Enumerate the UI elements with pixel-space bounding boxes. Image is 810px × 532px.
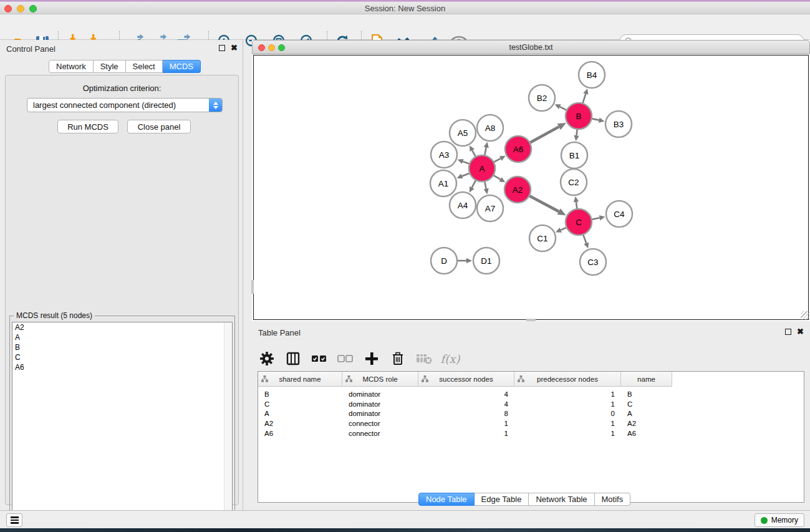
network-canvas[interactable]: AA1A2A3A4A5A6A7A8BB1B2B3B4CC1C2C3C4DD1 — [253, 55, 809, 320]
table-cell[interactable]: dominator — [342, 389, 418, 399]
node-C[interactable]: C — [566, 209, 592, 235]
edge-C-C2[interactable] — [574, 196, 579, 208]
table-cell[interactable]: 0 — [514, 409, 621, 418]
column-header-successor-nodes[interactable]: successor nodes — [418, 372, 514, 387]
network-horizontal-scrollbar[interactable] — [526, 319, 536, 321]
network-graph[interactable]: AA1A2A3A4A5A6A7A8BB1B2B3B4CC1C2C3C4DD1 — [254, 56, 808, 319]
tab-select[interactable]: Select — [126, 60, 163, 73]
column-header-shared-name[interactable]: shared name — [258, 372, 342, 387]
close-table-panel-icon[interactable]: ✖ — [797, 329, 804, 335]
edge-B-B4[interactable] — [583, 89, 589, 103]
table-row[interactable]: A6connector11A6 — [258, 428, 804, 438]
criterion-dropdown[interactable]: largest connected component (directed) — [27, 98, 223, 112]
node-C4[interactable]: C4 — [606, 201, 632, 227]
edge-C-C3[interactable] — [583, 235, 589, 249]
node-D1[interactable]: D1 — [473, 248, 499, 274]
node-B2[interactable]: B2 — [529, 85, 555, 111]
node-B4[interactable]: B4 — [579, 62, 605, 88]
node-C2[interactable]: C2 — [561, 169, 587, 195]
node-A8[interactable]: A8 — [477, 115, 503, 141]
table-cell[interactable]: A2 — [621, 418, 672, 428]
memory-button[interactable]: Memory — [755, 513, 804, 527]
table-row[interactable]: A2connector11A2 — [258, 418, 804, 428]
table-cell[interactable]: A — [621, 409, 672, 418]
node-B[interactable]: B — [566, 103, 592, 129]
table-row[interactable]: Adominator80A — [258, 409, 804, 418]
table-tab-network-table[interactable]: Network Table — [529, 493, 594, 506]
result-scrollbar[interactable] — [224, 322, 232, 528]
run-mcds-button[interactable]: Run MCDS — [57, 120, 118, 133]
table-cell[interactable]: 1 — [514, 389, 621, 399]
edge-A-A7[interactable] — [484, 182, 489, 195]
table-cell[interactable]: A2 — [258, 418, 342, 428]
table-cell[interactable]: connector — [342, 418, 418, 428]
function-builder-icon[interactable]: f(x) — [441, 350, 459, 367]
mcds-result-item[interactable]: C — [12, 352, 232, 362]
edge-B-B3[interactable] — [592, 118, 605, 123]
window-resize-grip[interactable] — [801, 311, 809, 320]
float-table-panel-icon[interactable] — [785, 329, 791, 335]
table-cell[interactable]: 1 — [514, 428, 621, 438]
node-D[interactable]: D — [431, 248, 457, 274]
table-cell[interactable]: 1 — [418, 418, 514, 428]
node-A6[interactable]: A6 — [505, 136, 531, 162]
node-C3[interactable]: C3 — [580, 249, 606, 275]
table-tab-motifs[interactable]: Motifs — [595, 493, 631, 506]
float-panel-icon[interactable] — [219, 45, 225, 51]
node-C1[interactable]: C1 — [529, 225, 556, 251]
edge-A6-B[interactable] — [530, 123, 566, 142]
mcds-result-item[interactable]: A — [12, 332, 232, 342]
mcds-result-item[interactable]: B — [12, 342, 232, 352]
mcds-result-item[interactable]: A2 — [12, 322, 232, 332]
node-A7[interactable]: A7 — [477, 195, 503, 221]
table-cell[interactable]: C — [258, 399, 342, 409]
node-B1[interactable]: B1 — [561, 142, 587, 168]
node-A4[interactable]: A4 — [450, 192, 476, 218]
edge-C-C1[interactable] — [556, 228, 566, 233]
node-B3[interactable]: B3 — [605, 111, 632, 137]
edge-B-B2[interactable] — [555, 104, 567, 110]
edge-D-D1[interactable] — [458, 258, 472, 263]
node-table[interactable]: shared nameMCDS rolesuccessor nodesprede… — [258, 371, 804, 503]
table-cell[interactable]: A6 — [258, 428, 342, 438]
column-header-MCDS-role[interactable]: MCDS role — [342, 372, 418, 387]
node-A[interactable]: A — [469, 155, 495, 181]
edge-A2-C[interactable] — [529, 196, 566, 215]
node-A2[interactable]: A2 — [504, 177, 531, 203]
edge-A-A6[interactable] — [494, 156, 505, 162]
network-vertical-scrollbar[interactable] — [251, 280, 254, 294]
table-tab-node-table[interactable]: Node Table — [418, 493, 475, 506]
table-cell[interactable]: 4 — [418, 389, 514, 399]
table-cell[interactable]: 4 — [418, 399, 514, 409]
table-cell[interactable]: A — [258, 409, 342, 418]
table-cell[interactable]: 1 — [418, 428, 514, 438]
table-cell[interactable]: A6 — [621, 428, 672, 438]
delete-column-icon[interactable] — [389, 350, 407, 367]
table-cell[interactable]: 1 — [514, 418, 621, 428]
node-A1[interactable]: A1 — [430, 170, 456, 196]
network-window-titlebar[interactable]: testGlobe.txt — [252, 40, 810, 54]
edge-A-A1[interactable] — [456, 173, 469, 178]
mcds-result-item[interactable]: A6 — [12, 362, 232, 372]
column-header-predecessor-nodes[interactable]: predecessor nodes — [514, 372, 621, 387]
tab-style[interactable]: Style — [94, 60, 126, 73]
column-header-name[interactable]: name — [621, 372, 672, 387]
show-columns-icon[interactable] — [284, 350, 302, 367]
table-cell[interactable]: B — [621, 389, 672, 399]
table-cell[interactable]: 8 — [418, 409, 514, 418]
node-A5[interactable]: A5 — [450, 120, 476, 146]
close-panel-button[interactable]: Close panel — [127, 120, 191, 133]
table-row[interactable]: Bdominator41B — [258, 389, 804, 399]
edge-A-A8[interactable] — [484, 142, 489, 155]
edge-A-A4[interactable] — [470, 180, 476, 192]
mcds-result-list[interactable]: A2ABCA6 — [12, 322, 233, 529]
tab-network[interactable]: Network — [49, 60, 94, 73]
delete-table-icon[interactable] — [415, 350, 433, 367]
edge-A-A5[interactable] — [470, 145, 476, 156]
close-panel-icon[interactable]: ✖ — [231, 45, 238, 51]
table-row[interactable]: Cdominator41C — [258, 399, 804, 409]
node-A3[interactable]: A3 — [431, 142, 457, 168]
table-cell[interactable]: dominator — [342, 399, 418, 409]
main-titlebar[interactable]: Session: New Session — [0, 2, 810, 14]
table-header[interactable]: shared nameMCDS rolesuccessor nodesprede… — [258, 372, 672, 387]
